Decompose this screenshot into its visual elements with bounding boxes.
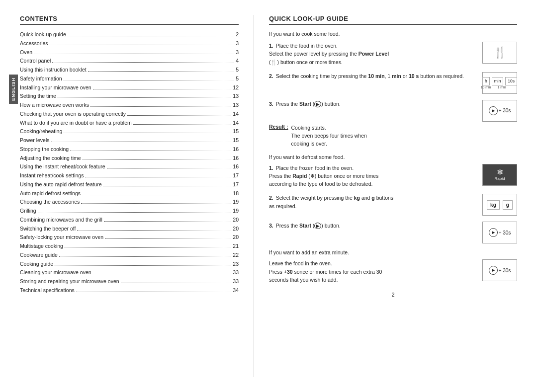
toc-dots [104, 221, 232, 222]
start-icon-box-3: + 30s [482, 259, 517, 281]
toc-label: Control panel [20, 57, 51, 65]
g-cell: g [503, 200, 513, 210]
toc-item: Combining microwaves and the grill 20 [20, 216, 239, 224]
defrost-step-num-1: 1. [269, 165, 273, 171]
toc-label: Cookware guide [20, 251, 58, 259]
toc-dots [88, 71, 235, 72]
toc-dots [90, 106, 231, 107]
toc-item: Safety information 5 [20, 75, 239, 83]
toc-dots [58, 97, 231, 98]
toc-page: 22 [233, 251, 239, 259]
kg-icon-box: kg g [482, 194, 517, 216]
kg-cell: kg [487, 200, 500, 210]
toc-item: Quick look-up guide 2 [20, 31, 239, 39]
toc-label: Instant reheat/cook settings [20, 172, 84, 180]
toc-item: Using this instruction booklet 5 [20, 66, 239, 74]
toc-item: Control panel 4 [20, 57, 239, 65]
timer-label-1min: 1 min [495, 85, 509, 89]
step-num-3: 3. [269, 101, 273, 107]
cook-icon-3: + 30s [482, 100, 517, 122]
toc-item: Installing your microwave oven 12 [20, 84, 239, 92]
defrost-step-2: 2. Select the weight by pressing the kg … [269, 194, 517, 216]
toc-item: Checking that your oven is operating cor… [20, 110, 239, 118]
toc-label: Stopping the cooking [20, 146, 69, 154]
toc-item: Using the auto rapid defrost feature 17 [20, 181, 239, 189]
toc-page: 16 [233, 163, 239, 171]
toc-page: 14 [233, 119, 239, 127]
cook-icon-2: h min 10s 10 min 1 min [482, 72, 517, 94]
toc-item: Accessories 3 [20, 40, 239, 48]
toc-dots [68, 36, 234, 36]
toc-page: 5 [236, 75, 239, 83]
toc-page: 3 [236, 40, 239, 48]
page-number: 2 [269, 292, 517, 298]
toc-label: Multistage cooking [20, 242, 63, 250]
toc-item: Using the instant reheat/cook feature 16 [20, 163, 239, 171]
guide-title: QUICK LOOK-UP GUIDE [269, 15, 517, 25]
toc-label: Checking that your oven is operating cor… [20, 110, 126, 118]
defrost-step-num-3: 3. [269, 223, 273, 229]
toc-label: Setting the time [20, 92, 56, 100]
contents-column: ENGLISH CONTENTS Quick look-up guide 2 A… [20, 15, 254, 377]
circle-play-icon-3 [489, 266, 498, 275]
toc-page: 13 [233, 101, 239, 109]
toc-page: 20 [233, 225, 239, 233]
toc-item: Oven 3 [20, 49, 239, 57]
toc-item: What to do if you are in doubt or have a… [20, 119, 239, 127]
toc-page: 2 [236, 31, 239, 39]
toc-item: Technical specifications 34 [20, 287, 239, 295]
toc-dots [34, 54, 234, 54]
toc-item: Storing and repairing your microwave ove… [20, 278, 239, 286]
circle-play-icon-2 [489, 228, 498, 237]
toc-dots [38, 212, 232, 213]
defrost-step-num-2: 2. [269, 195, 273, 201]
defrost-step-1: 1. Place the frozen food in the oven. Pr… [269, 164, 517, 188]
extra-icon: + 30s [482, 259, 517, 281]
defrost-step-2-text: 2. Select the weight by pressing the kg … [269, 194, 477, 210]
cook-step-3-text: 3. Press the Start (▶) button. [269, 100, 477, 108]
extra-step: Leave the food in the oven. Press +30 so… [269, 259, 517, 284]
defrost-intro: If you want to defrost some food. [269, 154, 517, 160]
toc-item: Power levels 15 [20, 137, 239, 145]
toc-label: Safety information [20, 75, 62, 83]
toc-item: Cleaning your microwave oven 33 [20, 269, 239, 277]
toc-page: 34 [233, 287, 239, 295]
toc-item: Stopping the cooking 16 [20, 146, 239, 154]
toc-page: 3 [236, 49, 239, 57]
defrost-step-3: 3. Press the Start (▶) button. + 30s [269, 222, 517, 243]
toc-item: Setting the time 13 [20, 92, 239, 100]
toc-dots [105, 238, 231, 239]
toc-label: Using the instant reheat/cook feature [20, 163, 105, 171]
toc-label: Power levels [20, 137, 50, 145]
toc-item: Cooking guide 23 [20, 260, 239, 268]
defrost-icon-3: + 30s [482, 222, 517, 243]
toc-dots [93, 89, 232, 89]
toc-dots [83, 159, 232, 160]
extra-intro: If you want to add an extra minute. [269, 249, 517, 255]
toc-page: 18 [233, 190, 239, 198]
toc-dots [51, 142, 232, 142]
toc-label: Quick look-up guide [20, 31, 66, 39]
toc-dots [59, 256, 231, 257]
extra-step-text: Leave the food in the oven. Press +30 so… [269, 259, 477, 284]
toc-label: Cooking guide [20, 260, 53, 268]
toc-item: Cooking/reheating 15 [20, 128, 239, 136]
toc-item: Choosing the accessories 19 [20, 198, 239, 206]
toc-page: 4 [236, 57, 239, 65]
start-icon-box-2: + 30s [482, 222, 517, 243]
toc-list: Quick look-up guide 2 Accessories 3 Oven… [20, 31, 239, 295]
toc-label: Switching the beeper off [20, 225, 76, 233]
result-label: Result : [269, 124, 288, 148]
contents-title: CONTENTS [20, 15, 239, 25]
toc-page: 15 [233, 137, 239, 145]
toc-label: Installing your microwave oven [20, 84, 91, 92]
defrost-icon-2: kg g [482, 194, 517, 216]
snowflake-icon: ❄ [497, 168, 503, 176]
toc-label: Cooking/reheating [20, 128, 62, 136]
toc-dots [121, 283, 232, 283]
cook-intro: If you want to cook some food. [269, 31, 517, 37]
toc-page: 15 [233, 128, 239, 136]
result-text: Cooking starts. The oven beeps four time… [291, 124, 367, 148]
toc-dots [64, 133, 231, 133]
toc-page: 17 [233, 172, 239, 180]
